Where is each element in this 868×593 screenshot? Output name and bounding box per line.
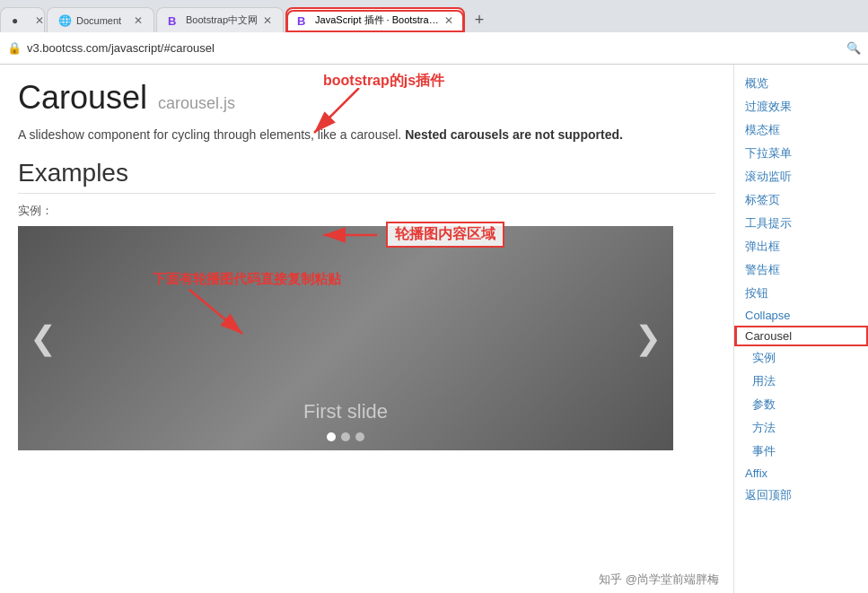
tab3-label: Bootstrap中文网 [186,13,258,27]
tab2-label: Document [76,15,128,26]
sidebar-item-dropdown[interactable]: 下拉菜单 [734,142,868,165]
sidebar-item-transition[interactable]: 过渡效果 [734,95,868,118]
sidebar-item-tabs[interactable]: 标签页 [734,188,868,212]
carousel-next-button[interactable]: ❯ [630,319,666,357]
tab-4-active[interactable]: B JavaScript 插件 · Bootstrap v3 ✕ [285,7,465,32]
carousel-dot-1[interactable] [327,432,336,441]
example-label: 实例： [18,203,715,219]
new-tab-button[interactable]: + [467,7,492,32]
svg-line-1 [189,289,242,334]
browser-window: ● ✕ 🌐 Document ✕ B Bootstrap中文网 ✕ B Java… [0,0,868,593]
tab-bar: ● ✕ 🌐 Document ✕ B Bootstrap中文网 ✕ B Java… [0,0,868,32]
page-title-main: Carousel [18,79,147,117]
browser-content: Carousel carousel.js A slideshow compone… [0,65,868,593]
sidebar: 概览 过渡效果 模态框 下拉菜单 滚动监听 标签页 工具提示 弹出框 警告框 按… [733,65,868,593]
tab3-favicon: B [168,14,180,27]
carousel-dot-3[interactable] [355,432,364,441]
tab-2[interactable]: 🌐 Document ✕ [47,7,154,32]
carousel-area-annotation: 轮播图内容区域 [386,222,504,248]
bootstrap-arrow-svg [305,88,413,142]
sidebar-item-tooltip[interactable]: 工具提示 [734,212,868,235]
sidebar-item-params[interactable]: 参数 [734,393,868,416]
carousel-area-text: 轮播图内容区域 [386,222,504,248]
examples-heading: Examples [18,159,715,194]
sidebar-item-affix[interactable]: Affix [734,463,868,484]
svg-line-3 [314,88,359,133]
address-input[interactable] [27,41,846,55]
sidebar-item-modal[interactable]: 模态框 [734,118,868,142]
tab4-close[interactable]: ✕ [444,14,453,27]
sidebar-item-examples[interactable]: 实例 [734,346,868,370]
sidebar-item-alert[interactable]: 警告框 [734,258,868,282]
search-icon[interactable]: 🔍 [846,41,861,55]
tab1-favicon: ● [12,14,24,27]
sidebar-item-methods[interactable]: 方法 [734,416,868,440]
sidebar-item-carousel[interactable]: Carousel [734,326,868,346]
sidebar-item-collapse[interactable]: Collapse [734,305,868,326]
sidebar-item-scrollspy[interactable]: 滚动监听 [734,165,868,188]
sidebar-item-popover[interactable]: 弹出框 [734,235,868,258]
tab2-favicon: 🌐 [58,14,71,27]
sidebar-item-totop[interactable]: 返回顶部 [734,484,868,507]
tab1-close[interactable]: ✕ [35,14,44,27]
tab-3[interactable]: B Bootstrap中文网 ✕ [156,7,284,32]
tab4-label: JavaScript 插件 · Bootstrap v3 [315,13,439,27]
copy-code-text: 下面有轮播图代码直接复制粘贴 [153,271,341,288]
sidebar-item-button[interactable]: 按钮 [734,282,868,305]
carousel-caption: First slide [303,400,388,423]
page-title-sub: carousel.js [158,94,235,113]
carousel-dot-2[interactable] [341,432,350,441]
carousel-area-arrow [314,222,386,249]
sidebar-item-overview[interactable]: 概览 [734,72,868,95]
bootstrap-js-annotation: bootstrap的js插件 [323,72,444,91]
sidebar-item-usage[interactable]: 用法 [734,370,868,393]
carousel-slide: First slide [18,226,673,450]
lock-icon: 🔒 [7,41,22,55]
watermark: 知乎 @尚学堂前端胖梅 [599,571,719,588]
page-content: Carousel carousel.js A slideshow compone… [0,65,733,593]
copy-arrow-svg [189,289,260,343]
tab3-close[interactable]: ✕ [263,14,272,27]
carousel-container: First slide ❮ ❯ 下面有轮播图代码直接复制粘贴 [18,226,673,450]
tab2-close[interactable]: ✕ [134,14,143,27]
tab4-favicon: B [297,14,310,27]
tab-1[interactable]: ● ✕ [0,7,45,32]
carousel-indicators [327,432,364,441]
sidebar-item-events[interactable]: 事件 [734,440,868,463]
carousel-prev-button[interactable]: ❮ [25,319,61,357]
address-bar: 🔒 🔍 [0,32,868,65]
copy-code-annotation: 下面有轮播图代码直接复制粘贴 [153,271,341,288]
